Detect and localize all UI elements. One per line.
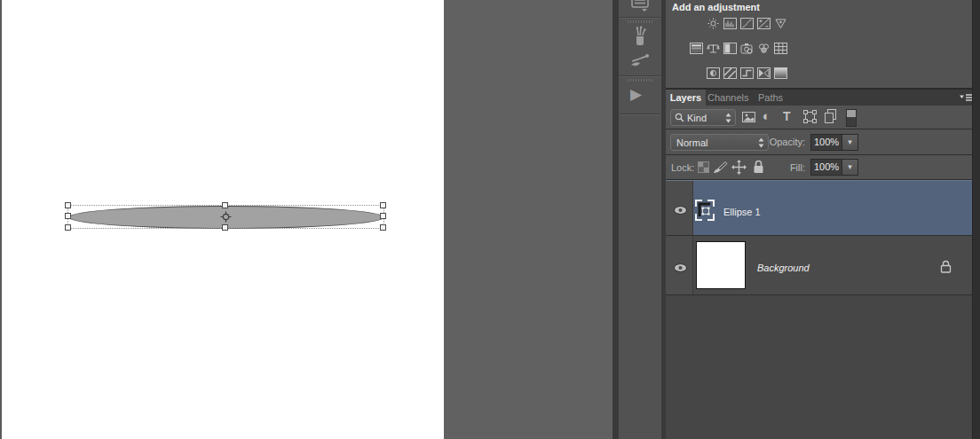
document-canvas[interactable] [0, 0, 444, 439]
collapsed-panel-dock: ▶ [619, 0, 661, 439]
levels-icon[interactable] [723, 18, 737, 29]
blend-mode-dropdown[interactable]: Normal [670, 134, 769, 151]
dock-grip[interactable] [628, 79, 652, 82]
filter-adjustment-layers-icon[interactable]: ◐ [763, 108, 771, 123]
transform-handle[interactable] [380, 213, 386, 219]
transform-center-point-icon[interactable] [220, 211, 232, 223]
pasteboard [444, 0, 612, 439]
layer-row-ellipse-1[interactable]: Ellipse 1 [666, 180, 980, 235]
transform-handle[interactable] [380, 202, 386, 208]
transform-handle[interactable] [65, 202, 71, 208]
fill-value[interactable]: 100% [810, 159, 842, 176]
dock-separator [619, 75, 661, 77]
opacity-value[interactable]: 100% [810, 134, 842, 151]
curves-icon[interactable] [740, 18, 754, 29]
lock-position-icon[interactable] [731, 160, 747, 175]
tab-channels[interactable]: Channels [707, 90, 747, 106]
transform-handle[interactable] [222, 202, 228, 208]
tab-layers[interactable]: Layers [666, 90, 706, 106]
panel-gutter [612, 0, 619, 439]
opacity-dropdown-button[interactable]: ▾ [842, 134, 858, 151]
dock-grip[interactable] [628, 20, 652, 23]
adjustments-row-1 [707, 18, 787, 29]
lock-row: Lock: Fill: 100% ▾ [666, 155, 980, 180]
vector-mask-icon [698, 202, 712, 218]
right-panel-group: Add an adjustment [666, 0, 980, 439]
brush-panel-icon[interactable] [629, 51, 651, 69]
exposure-icon[interactable] [757, 18, 771, 29]
transform-handle[interactable] [65, 224, 71, 231]
brush-presets-panel-icon[interactable] [629, 26, 651, 48]
row-divider [666, 294, 980, 295]
photo-filter-icon[interactable] [740, 43, 754, 54]
window-left-edge [0, 0, 2, 439]
adjustments-row-3 [707, 67, 787, 79]
dock-separator [619, 17, 661, 19]
filter-kind-dropdown[interactable]: Kind [670, 109, 736, 126]
transform-handle[interactable] [65, 213, 71, 219]
layers-tabbar: Layers Channels Paths [666, 90, 980, 106]
opacity-label: Opacity: [763, 137, 805, 147]
adjustments-row-2 [690, 43, 787, 54]
filter-type-layers-icon[interactable]: T [783, 109, 791, 123]
layer-name[interactable]: Background [757, 263, 810, 273]
lock-transparency-icon[interactable] [698, 161, 709, 173]
adjustments-header: Add an adjustment [672, 2, 760, 12]
lock-label: Lock: [671, 162, 694, 173]
filter-toggle[interactable] [846, 109, 857, 127]
channel-mixer-icon[interactable] [757, 43, 771, 54]
fill-dropdown-button[interactable]: ▾ [842, 159, 858, 176]
invert-icon[interactable] [707, 67, 720, 79]
transform-handle[interactable] [222, 224, 228, 231]
brightness-contrast-icon[interactable] [707, 18, 720, 29]
fill-label: Fill: [763, 162, 805, 173]
filter-pixel-layers-icon[interactable] [742, 111, 755, 123]
layer-name[interactable]: Ellipse 1 [723, 207, 761, 217]
docked-panel-icon[interactable] [629, 0, 651, 16]
blend-mode-value: Normal [676, 137, 707, 148]
eye-icon[interactable] [674, 206, 687, 215]
black-and-white-icon[interactable] [723, 43, 737, 54]
vibrance-icon[interactable] [774, 18, 787, 29]
layer-lock-icon [940, 260, 952, 273]
background-layer-thumbnail[interactable] [696, 241, 746, 289]
selective-color-icon[interactable] [774, 67, 787, 79]
photoshop-workspace: ▶ Add an adjustment [0, 0, 980, 439]
blend-row: Normal Opacity: 100% ▾ [666, 130, 980, 155]
hue-saturation-icon[interactable] [690, 43, 703, 54]
dock-separator [619, 114, 661, 115]
threshold-icon[interactable] [740, 67, 754, 79]
layer-filter-row: Kind ◐ T [666, 106, 980, 129]
tab-paths[interactable]: Paths [754, 90, 787, 106]
actions-panel-icon[interactable]: ▶ [630, 86, 642, 104]
lock-pixels-icon[interactable] [713, 161, 728, 174]
color-balance-icon[interactable] [707, 43, 720, 54]
gradient-map-icon[interactable] [757, 67, 771, 79]
filter-shape-layers-icon[interactable] [803, 110, 817, 123]
color-lookup-icon[interactable] [774, 43, 787, 54]
transform-handle[interactable] [380, 224, 386, 231]
spinner-arrows-icon [725, 113, 731, 123]
layers-list: Ellipse 1 Background [666, 180, 980, 439]
layer-row-background[interactable]: Background [666, 236, 980, 294]
search-icon [675, 113, 684, 122]
shape-layer-thumbnail[interactable] [695, 200, 715, 221]
panel-right-edge [972, 0, 980, 439]
filter-kind-value: Kind [687, 113, 707, 123]
eye-icon[interactable] [674, 263, 687, 272]
posterize-icon[interactable] [723, 67, 737, 79]
filter-smart-objects-icon[interactable] [824, 109, 837, 123]
